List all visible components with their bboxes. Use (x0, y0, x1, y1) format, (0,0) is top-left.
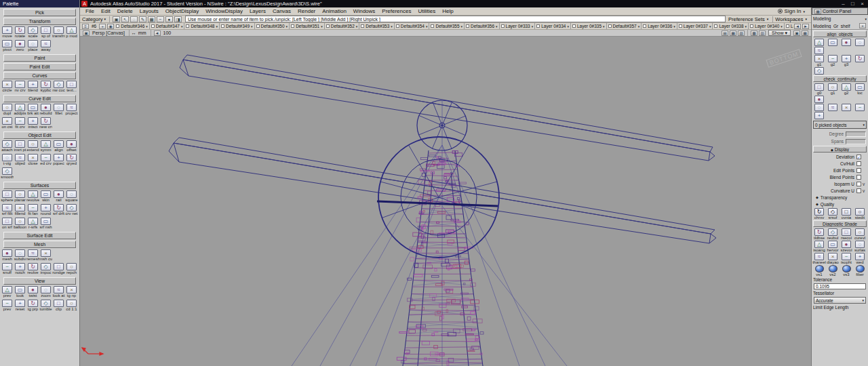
palette-tool[interactable]: ◌fillet (52, 103, 65, 117)
menu-delete[interactable]: Delete (114, 8, 136, 14)
layer-swatch-icon[interactable] (291, 24, 294, 28)
shader-ball[interactable]: vs3 (840, 264, 853, 277)
palette-tool[interactable]: □text... (65, 80, 78, 94)
layers-view-icon[interactable]: ▣ (793, 30, 800, 36)
prompt-line[interactable]: Use mouse or enter name of item to pick.… (185, 16, 726, 22)
layer-tab[interactable]: Layer 0#334▾ (535, 23, 571, 30)
layer-swatch-icon[interactable] (572, 24, 576, 28)
palette-tool[interactable]: ●rebuild (39, 103, 52, 117)
layer-swatch-icon[interactable] (396, 24, 399, 28)
palette-tool[interactable]: ×msh cut (39, 249, 52, 262)
align-tool[interactable]: ◌ (853, 38, 867, 46)
palette-tool[interactable]: △r-srfs (26, 217, 39, 230)
palette-title[interactable]: Palette (0, 0, 79, 7)
modeling-dropdown[interactable]: Modeling ▾ (812, 15, 868, 22)
layer-swatch-icon[interactable] (186, 24, 189, 28)
palette-tool[interactable]: ≈remesh (26, 249, 39, 262)
palette-tool[interactable]: ×close (26, 153, 39, 167)
palette-section-surface-edit[interactable]: Surface Edit (3, 232, 76, 239)
palette-tool[interactable]: ●offset (65, 140, 78, 153)
layer-tab[interactable]: Default#355▾ (429, 23, 465, 30)
layer-menu-icon[interactable]: ≡ (82, 24, 89, 29)
spans-input[interactable] (846, 139, 866, 144)
layer-tab[interactable]: Default#357▾ (607, 23, 642, 30)
layer-swatch-icon[interactable] (679, 24, 682, 28)
palette-tool[interactable]: ↻rotate (14, 26, 26, 39)
layer-swatch-icon[interactable] (536, 24, 540, 28)
palette-tool[interactable]: ○dupl (1, 103, 14, 117)
chevron-down-icon[interactable]: ▾ (321, 24, 323, 28)
continuity-tool[interactable]: × (840, 103, 853, 111)
continuity-tool[interactable]: ~ (853, 103, 867, 111)
palette-tool[interactable]: ▭skin (39, 190, 52, 203)
display-section-header[interactable]: ◆ Display (813, 146, 867, 152)
checkbox[interactable] (856, 175, 861, 180)
brush-tool-icon[interactable]: ✎ (139, 16, 146, 22)
palette-tool[interactable]: ○repch (65, 262, 78, 276)
align-tool[interactable]: ×g1 (812, 54, 826, 66)
palette-tool[interactable]: □on srf (1, 217, 14, 230)
menu-help[interactable]: Help (439, 8, 456, 14)
diag-shade-tool[interactable]: ≈thaneel (812, 252, 826, 264)
palette-tool[interactable]: ≈away (39, 39, 52, 53)
layer-tab[interactable]: Default#352▾ (325, 23, 360, 30)
palette-section-object-edit[interactable]: Object Edit (3, 131, 76, 139)
palette-tool[interactable]: ◇attach (1, 140, 14, 153)
diag-shade-tool[interactable]: ↻tldbse (812, 228, 826, 240)
checkbox[interactable] (856, 168, 861, 173)
align-objects-header[interactable]: align_objects (813, 30, 867, 37)
continuity-tool[interactable]: ● (812, 95, 826, 103)
layer-tab[interactable]: Layer 0#337▾ (677, 23, 713, 30)
palette-tool[interactable]: ×circle (1, 80, 14, 94)
palette-tool[interactable]: ↻kypbc (39, 80, 52, 94)
display-option-suffix[interactable]: v (861, 188, 866, 193)
palette-tool[interactable]: ≈objed (14, 153, 26, 167)
layer-tab[interactable]: Default#346▾ (115, 23, 150, 30)
layer-swatch-icon[interactable] (116, 24, 119, 28)
layer-swatch-icon[interactable] (151, 24, 155, 28)
palette-tool[interactable]: ↻srf drft (52, 203, 65, 217)
palette-tool[interactable]: ◇scale (26, 26, 39, 39)
shader-ball[interactable]: fiber (853, 264, 867, 277)
palette-tool[interactable]: ≈srf fillt (1, 203, 14, 217)
shader-ball[interactable]: vs2 (826, 264, 840, 277)
menu-layouts[interactable]: Layouts (136, 8, 162, 14)
align-tool[interactable]: +g3 (840, 54, 853, 66)
panel-tool[interactable]: ◇srsuf (826, 207, 840, 220)
tolerance-input[interactable]: 0.1095 (814, 283, 866, 289)
view-menu-icon[interactable]: ▣ (83, 30, 90, 36)
continuity-tool[interactable]: ▭loc (853, 83, 867, 95)
palette-tool[interactable]: ◌t-vig (1, 153, 14, 167)
palette-tool[interactable]: +reset (14, 299, 26, 312)
control-panel-header[interactable]: ▦ Control Panel (812, 7, 868, 15)
chevron-down-icon[interactable]: ▾ (181, 24, 183, 28)
pick-tool-icon[interactable]: ▣ (113, 16, 120, 22)
menu-utilities[interactable]: Utilities (414, 8, 439, 14)
layer-swatch-icon[interactable] (256, 24, 260, 28)
palette-tool[interactable]: ▭align (52, 140, 65, 153)
palette-section-surfaces[interactable]: Surfaces (3, 182, 76, 189)
palette-tool[interactable]: □sphere (1, 190, 14, 203)
lasso-tool-icon[interactable]: ◌ (130, 16, 138, 22)
transparency-section[interactable]: ◆ Transparency (812, 194, 868, 201)
chevron-down-icon[interactable]: ▾ (673, 24, 675, 28)
palette-tool[interactable]: +pqoec (52, 153, 65, 167)
diag-shade-tool[interactable]: △isoang (812, 240, 826, 252)
chevron-down-icon[interactable]: ▾ (781, 24, 783, 28)
align-tool[interactable]: ◇ (812, 66, 826, 75)
layer-visibility-icon[interactable]: ◉ (107, 24, 114, 29)
scroll-right-icon[interactable]: ► (802, 24, 809, 29)
palette-tool[interactable]: +round (39, 203, 52, 217)
chevron-down-icon[interactable]: ▾ (638, 24, 640, 28)
chevron-down-icon[interactable]: ▾ (805, 17, 807, 21)
palette-tool[interactable]: ◇impoc (39, 262, 52, 276)
diag-shade-tool[interactable]: □rsecol (840, 228, 853, 240)
palette-tool[interactable]: ~ed crv (39, 153, 52, 167)
palette-tool[interactable]: ○balloon (14, 217, 26, 230)
layer-tab[interactable]: Layer 0#339▾ (785, 23, 793, 30)
palette-tool[interactable]: ◌zoom (39, 285, 52, 299)
palette-section-pick[interactable]: Pick (3, 9, 76, 16)
camera-icon[interactable]: ▩ (751, 30, 757, 36)
layer-tab[interactable]: Layer 0#333▾ (500, 23, 536, 30)
palette-tool[interactable]: ○extend (26, 140, 39, 153)
